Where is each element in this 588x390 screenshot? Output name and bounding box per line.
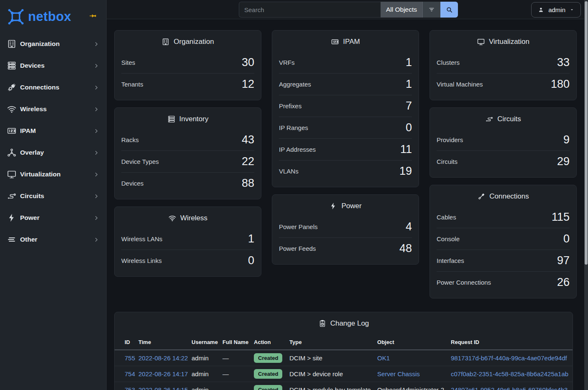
netbox-logo-icon[interactable] bbox=[7, 8, 25, 25]
chevron-right-icon bbox=[93, 150, 100, 156]
stat-count-link[interactable]: 0 bbox=[248, 254, 254, 267]
status-badge[interactable]: Created bbox=[254, 353, 282, 363]
sidebar-item-other[interactable]: Other bbox=[0, 229, 106, 250]
changelog-time-link[interactable]: 2022-08-26 14:15 bbox=[138, 386, 188, 390]
card-title: IPAM bbox=[272, 31, 419, 51]
sidebar-item-label: Other bbox=[20, 236, 37, 243]
brand-logo-text[interactable]: netbox bbox=[28, 9, 71, 24]
stat-row: Devices 88 bbox=[121, 172, 254, 194]
stat-count-link[interactable]: 115 bbox=[552, 211, 570, 224]
changelog-fullname: — bbox=[222, 366, 254, 382]
stat-count-link[interactable]: 48 bbox=[399, 242, 412, 255]
stat-count-link[interactable]: 19 bbox=[399, 165, 412, 178]
changelog-type: DCIM > module bay template bbox=[289, 382, 377, 390]
sidebar-item-wireless[interactable]: Wireless bbox=[0, 98, 106, 120]
stat-count-link[interactable]: 1 bbox=[406, 56, 412, 69]
scrollbar-track[interactable] bbox=[584, 0, 588, 390]
table-row: 753 2022-08-26 14:15 admin — Created DCI… bbox=[115, 382, 573, 390]
server-icon bbox=[7, 61, 17, 71]
stat-count-link[interactable]: 0 bbox=[406, 121, 412, 134]
sidebar-item-ipam[interactable]: IPAM bbox=[0, 120, 106, 142]
stat-count-link[interactable]: 1 bbox=[248, 232, 254, 245]
sidebar-item-power[interactable]: Power bbox=[0, 207, 106, 229]
search-submit-button[interactable] bbox=[440, 2, 458, 18]
card-title: Inventory bbox=[115, 108, 261, 129]
chevron-right-icon bbox=[93, 171, 100, 178]
search-scope-button[interactable]: All Objects bbox=[381, 2, 422, 18]
stat-count-link[interactable]: 1 bbox=[406, 78, 412, 91]
search-input[interactable] bbox=[239, 2, 381, 18]
topbar: All Objects admin bbox=[107, 0, 588, 19]
sidebar-item-label: Connections bbox=[20, 84, 59, 91]
column-header-username: Username bbox=[192, 335, 222, 350]
bolt-icon bbox=[7, 213, 17, 223]
scrollbar-thumb[interactable] bbox=[585, 1, 588, 265]
stat-row: Circuits 29 bbox=[437, 150, 570, 172]
filter-button[interactable] bbox=[422, 2, 440, 18]
user-menu-button[interactable]: admin bbox=[531, 2, 581, 18]
sidebar-nav: Organization Devices bbox=[0, 33, 106, 250]
stat-count-link[interactable]: 26 bbox=[557, 276, 570, 289]
changelog-id-link[interactable]: 755 bbox=[125, 354, 135, 362]
card-column-1: Organization Sites 30 Tenants 12 bbox=[114, 30, 261, 277]
status-badge[interactable]: Created bbox=[254, 369, 282, 379]
stat-count-link[interactable]: 9 bbox=[563, 133, 570, 146]
stat-count-link[interactable]: 7 bbox=[406, 99, 412, 112]
changelog-object: OnboardAdministrator-2 bbox=[377, 382, 451, 390]
column-header-id: ID bbox=[115, 335, 138, 350]
changelog-id-link[interactable]: 754 bbox=[125, 370, 135, 377]
stat-row: VLANs 19 bbox=[279, 160, 412, 182]
changelog-username: admin bbox=[192, 366, 222, 382]
changelog-request-link[interactable]: c07f0ab2-2351-4c58-825a-8b6a2425a1ab bbox=[451, 370, 568, 377]
pin-sidebar-icon[interactable] bbox=[89, 12, 97, 20]
user-menu-label: admin bbox=[548, 6, 565, 13]
stat-count-link[interactable]: 4 bbox=[406, 220, 412, 233]
wifi-icon bbox=[168, 214, 176, 222]
changelog-time-link[interactable]: 2022-08-26 14:17 bbox=[138, 370, 188, 377]
stat-count-link[interactable]: 22 bbox=[242, 155, 254, 168]
stat-count-link[interactable]: 88 bbox=[242, 177, 254, 190]
card-inventory: Inventory Racks 43 Device Types 22 Devic… bbox=[114, 107, 261, 199]
chevron-right-icon bbox=[93, 193, 100, 199]
sidebar-item-organization[interactable]: Organization bbox=[0, 33, 106, 55]
changelog-object-link[interactable]: OK1 bbox=[377, 354, 390, 362]
sidebar-item-overlay[interactable]: Overlay bbox=[0, 142, 106, 163]
stat-row: IP Ranges 0 bbox=[279, 117, 412, 138]
card-organization: Organization Sites 30 Tenants 12 bbox=[114, 30, 261, 100]
column-header-requestid: Request ID bbox=[451, 335, 573, 350]
stat-row: Wireless LANs 1 bbox=[121, 228, 254, 250]
changelog-username: admin bbox=[192, 350, 222, 366]
chevron-right-icon bbox=[93, 41, 100, 47]
stat-count-link[interactable]: 12 bbox=[242, 78, 254, 91]
caret-down-icon bbox=[569, 7, 575, 13]
stat-row: Console 0 bbox=[437, 228, 570, 250]
sidebar-item-circuits[interactable]: Circuits bbox=[0, 185, 106, 207]
stat-count-link[interactable]: 97 bbox=[557, 254, 570, 267]
sidebar-item-virtualization[interactable]: Virtualization bbox=[0, 163, 106, 185]
changelog-object-link[interactable]: Server Chassis bbox=[377, 370, 420, 377]
stat-count-link[interactable]: 180 bbox=[551, 78, 570, 91]
changelog-time-link[interactable]: 2022-08-26 14:22 bbox=[138, 354, 188, 362]
card-column-3: Virtualization Clusters 33 Virtual Machi… bbox=[429, 30, 577, 298]
stat-count-link[interactable]: 0 bbox=[563, 232, 570, 245]
changelog-request-link[interactable]: 9817317d-b67f-440a-99ca-4ae07ede94df bbox=[451, 354, 567, 362]
stat-count-link[interactable]: 43 bbox=[242, 133, 254, 146]
counter-icon bbox=[7, 126, 17, 136]
sidebar-item-label: Circuits bbox=[20, 192, 44, 200]
stat-count-link[interactable]: 29 bbox=[557, 155, 570, 168]
server-icon bbox=[167, 115, 176, 123]
global-search: All Objects bbox=[239, 2, 458, 18]
status-badge[interactable]: Created bbox=[254, 385, 282, 390]
stat-row: Power Feeds 48 bbox=[279, 237, 412, 259]
transit-icon bbox=[485, 115, 493, 123]
stat-row: Cables 115 bbox=[437, 206, 570, 228]
sidebar-item-connections[interactable]: Connections bbox=[0, 76, 106, 98]
sidebar-item-devices[interactable]: Devices bbox=[0, 55, 106, 76]
column-header-type: Type bbox=[289, 335, 377, 350]
stat-count-link[interactable]: 30 bbox=[242, 56, 254, 69]
changelog-request-link[interactable]: 24807c61-9952-49c6-b8a5-69760bfcc4b3 bbox=[451, 386, 568, 390]
stat-count-link[interactable]: 11 bbox=[400, 143, 412, 156]
changelog-id-link[interactable]: 753 bbox=[125, 386, 135, 390]
person-icon bbox=[537, 6, 545, 13]
stat-count-link[interactable]: 33 bbox=[557, 56, 570, 69]
